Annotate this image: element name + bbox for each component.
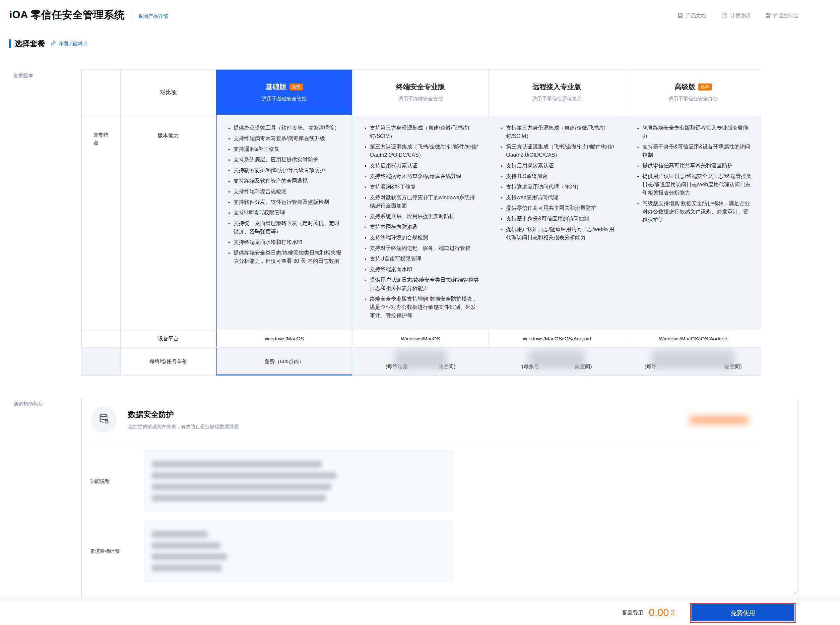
redacted-text-line — [152, 472, 336, 479]
redacted-text-line — [152, 531, 207, 538]
price-group-cell — [82, 347, 120, 375]
free-use-button[interactable]: 免费使用 — [692, 604, 794, 621]
page: iOA 零信任安全管理系统 返回产品详情 产品文档 ? 计费说明 产品控制台 — [0, 0, 840, 625]
feature-item: 提供零信任高可用共享网关和流量防护 — [642, 162, 752, 169]
redacted-text-line — [152, 461, 322, 468]
feature-item: 支持U盘读写权限管理 — [234, 208, 343, 217]
module-icon-circle — [91, 407, 117, 432]
plan-name: 基础版 — [266, 82, 287, 92]
feature-item: 支持web应用访问代理 — [506, 193, 616, 202]
question-circle-icon: ? — [721, 12, 727, 19]
console-grid-icon — [765, 13, 771, 18]
features-remote-pro: 支持第三方身份源集成（自建/企微/飞书/钉钉/SCIM）第三方认证源集成（飞书/… — [488, 115, 625, 330]
module-title: 数据安全防护 — [128, 409, 239, 420]
features-basic: 提供办公提效工具（软件市场、垃圾清理等）支持终端病毒木马查杀/病毒库在线升级支持… — [216, 115, 352, 330]
feature-item: 支持对微软官方已停更补丁的windows系统持续进行全面加固 — [370, 193, 479, 210]
feature-item: 支持统一桌面管理策略下发（定时关机、定时锁屏、密码强度等） — [234, 219, 343, 236]
top-nav: 产品文档 ? 计费说明 产品控制台 — [678, 12, 798, 19]
addon-card-header: 数据安全防护 监控拦截敏感文件外发，有效防止企业敏感数据泄漏 — [82, 407, 798, 432]
redacted-text-line — [152, 553, 227, 560]
feature-item: 支持系统底层、应用层提供实时防护 — [370, 212, 479, 220]
feature-item: 支持TLS通道加密 — [506, 172, 616, 180]
top-bar: iOA 零信任安全管理系统 返回产品详情 产品文档 ? 计费说明 产品控制台 — [0, 0, 840, 22]
redacted-price-blur — [651, 350, 734, 370]
svg-text:?: ? — [723, 14, 725, 17]
section-accent-bar — [9, 39, 11, 48]
nav-product-docs[interactable]: 产品文档 — [678, 12, 706, 19]
resize-handle-icon[interactable] — [792, 590, 796, 596]
feature-item: 支持隧道应用访问代理（NGN） — [506, 183, 616, 191]
plan-subtitle: 适用于零信任远程接入 — [532, 96, 582, 102]
plan-subtitle: 适用于基础安全管控 — [262, 96, 307, 102]
header-group-cell — [82, 70, 120, 115]
platform-remote-pro: Windows/MacOS/iOS/Android — [488, 330, 625, 347]
free-badge: 免费 — [290, 84, 303, 90]
feature-item: 支持漏洞&补丁修复 — [234, 145, 343, 153]
tiered-pricing-panel — [144, 520, 453, 582]
table-header-row: 对比项 基础版免费 适用于基础安全管控 终端安全专业版 适用于终端安全管控 远程… — [82, 70, 761, 115]
side-label-addon-module: 增购功能模块 — [0, 398, 81, 407]
feature-item: 支持终端环境合规检测 — [234, 187, 343, 196]
nav-label: 计费说明 — [730, 12, 750, 19]
feature-item: 提供办公提效工具（软件市场、垃圾清理等） — [234, 124, 343, 132]
compare-column-header: 对比项 — [120, 70, 216, 115]
platform-link[interactable]: Windows/MacOS/iOS/Android — [659, 336, 728, 342]
feature-item: 支持基于身份&可信应用的访问控制 — [506, 215, 616, 223]
addon-section: 增购功能模块 数据安全防护 — [0, 398, 840, 598]
feature-description-label: 功能说明 — [82, 478, 144, 485]
capability-row: 套餐特点 版本能力 提供办公提效工具（软件市场、垃圾清理等）支持终端病毒木马查杀… — [82, 115, 761, 330]
redacted-text-line — [152, 484, 331, 490]
price-basic: 免费（500点内） — [216, 347, 352, 375]
plan-header-premium[interactable]: 高级版推荐 适用于零信任安全办公 — [625, 70, 761, 115]
back-to-product-link[interactable]: 返回产品详情 — [138, 13, 168, 20]
feature-item: 提供零信任高可用共享网关和流量防护 — [506, 204, 616, 212]
platform-endpoint-pro: Windows/MacOS — [352, 330, 488, 347]
price-premium: (每终储空间) — [625, 347, 761, 375]
feature-list: 提供办公提效工具（软件市场、垃圾清理等）支持终端病毒木马查杀/病毒库在线升级支持… — [226, 124, 343, 265]
side-label-package-version: 套餐版本 — [0, 69, 81, 79]
database-shield-icon — [98, 413, 110, 426]
platform-row: 设备平台 Windows/MacOS Windows/MacOS Windows… — [82, 330, 761, 347]
price-remote-pro: (每账号储空间) — [488, 347, 625, 375]
feature-description-panel — [144, 450, 453, 512]
feature-item: 支持终端病毒木马查杀/病毒库在线升级 — [234, 134, 343, 143]
bottom-bar: 配置费用 0.00 元 免费使用 — [0, 600, 840, 625]
features-endpoint-pro: 支持第三方身份源集成（自建/企微/飞书/钉钉/SCIM）第三方认证源集成（飞书/… — [352, 115, 488, 330]
redacted-module-price-blur — [689, 416, 748, 424]
feature-item: 第三方认证源集成（飞书/企微/钉钉/邮件/短信/ Oauth2.0/OIDC/C… — [370, 143, 479, 159]
tiered-pricing-label: 累进阶梯计费 — [82, 548, 144, 554]
platform-group-cell — [82, 330, 120, 347]
cta-highlight-frame: 免费使用 — [692, 604, 794, 621]
platform-basic: Windows/MacOS — [216, 330, 352, 347]
plan-subtitle: 适用于零信任安全办公 — [668, 96, 718, 102]
nav-product-console[interactable]: 产品控制台 — [765, 12, 798, 19]
feature-item: 支持内网横向防渗透 — [370, 223, 479, 231]
feature-item: 支持第三方身份源集成（自建/企微/飞书/钉钉/SCIM） — [370, 124, 479, 140]
row-label-price: 每终端/账号单价 — [120, 347, 216, 375]
feature-list: 支持第三方身份源集成（自建/企微/飞书/钉钉/SCIM）第三方认证源集成（飞书/… — [363, 124, 479, 319]
feature-item: 支持终端桌面水印和打印水印 — [234, 238, 343, 246]
module-subtitle: 监控拦截敏感文件外发，有效防止企业敏感数据泄漏 — [128, 423, 239, 430]
row-label-capability: 版本能力 — [120, 115, 216, 330]
page-title: iOA 零信任安全管理系统 — [9, 8, 125, 22]
document-icon — [678, 13, 683, 19]
recommend-badge: 推荐 — [698, 84, 712, 90]
package-section: 套餐版本 对比项 基础版免费 适用于基础安全管控 终端安全专业版 适用于终端安全… — [0, 69, 840, 376]
plan-header-remote-pro[interactable]: 远程接入专业版 适用于零信任远程接入 — [488, 70, 625, 115]
feature-item: 支持勒索防护/钓鱼防护等高级专项防护 — [234, 166, 343, 174]
feature-item: 支持终端桌面水印 — [370, 265, 479, 274]
redacted-text-line — [152, 565, 221, 571]
fee-label: 配置费用 — [622, 609, 643, 616]
redacted-text-line — [152, 495, 326, 501]
platform-premium: Windows/MacOS/iOS/Android — [625, 330, 761, 347]
fee-unit: 元 — [670, 609, 675, 617]
fee-value: 0.00 — [649, 607, 669, 619]
feature-item: 提供用户认证日志/终端安全类日志/终端管控类日志/隧道应用访问日志/web应用代… — [642, 172, 752, 197]
feature-compare-link[interactable]: 详细功能对比 — [50, 40, 87, 47]
link-icon — [50, 40, 56, 47]
redacted-price-blur — [394, 350, 447, 370]
plan-header-basic[interactable]: 基础版免费 适用于基础安全管控 — [216, 70, 352, 115]
nav-billing-info[interactable]: ? 计费说明 — [721, 12, 750, 19]
feature-item: 高级版支持增购 数据安全防护模块，满足企业对办公数据进行敏感文件识别、外发审计、… — [642, 199, 752, 224]
plan-header-endpoint-pro[interactable]: 终端安全专业版 适用于终端安全管控 — [352, 70, 488, 115]
